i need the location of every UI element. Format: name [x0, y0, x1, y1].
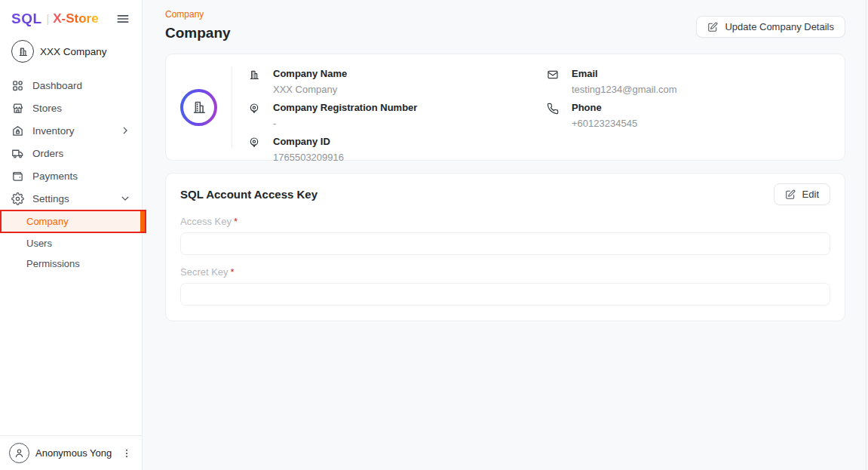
sidebar-item-permissions[interactable]: Permissions	[0, 253, 142, 274]
user-avatar-icon	[9, 443, 29, 463]
field-company-name: Company Name XXX Company	[248, 68, 547, 95]
sidebar: SQL | X-Store XXX Company Dashboard	[0, 0, 143, 470]
label-text: Access Key	[180, 216, 232, 227]
sidebar-item-dashboard[interactable]: Dashboard	[0, 74, 142, 97]
field-value: testing1234@gmail.com	[572, 84, 677, 96]
user-name: Anonymous Yong	[35, 447, 112, 459]
company-avatar-ring	[180, 89, 217, 126]
sidebar-item-label: Company	[26, 216, 69, 227]
field-value: +60123234545	[572, 118, 637, 130]
sidebar-user-footer: Anonymous Yong	[0, 435, 142, 470]
sidebar-item-company[interactable]: Company	[2, 211, 145, 232]
store-icon	[11, 102, 24, 115]
breadcrumb[interactable]: Company	[165, 9, 231, 20]
sidebar-item-payments[interactable]: Payments	[0, 164, 142, 187]
page-header: Company Company Update Company Details	[165, 0, 845, 41]
building-icon	[248, 69, 260, 81]
field-company-registration-number: Company Registration Number -	[248, 102, 547, 129]
sidebar-nav: Dashboard Stores Inventory	[0, 69, 142, 274]
logo: SQL | X-Store	[0, 0, 142, 35]
update-company-details-button[interactable]: Update Company Details	[696, 16, 845, 38]
edit-access-key-button[interactable]: Edit	[774, 183, 830, 205]
payments-wallet-icon	[11, 170, 24, 183]
user-menu-kebab-icon[interactable]	[121, 447, 133, 459]
secret-key-label: Secret Key*	[180, 266, 830, 278]
field-label: Phone	[572, 102, 637, 114]
sidebar-item-label: Orders	[32, 148, 63, 159]
logo-product-text: X-Store	[53, 11, 98, 26]
field-email: Email testing1234@gmail.com	[547, 68, 845, 95]
sidebar-item-users[interactable]: Users	[0, 233, 142, 253]
main-content: Company Company Update Company Details	[143, 0, 868, 470]
access-key-label: Access Key*	[180, 216, 830, 227]
hamburger-menu-icon[interactable]	[115, 11, 130, 26]
company-fields: Company Name XXX Company Company Registr…	[232, 66, 845, 148]
annotation-highlight-box: Company	[0, 210, 146, 233]
dashboard-icon	[11, 79, 24, 92]
edit-button-label: Edit	[802, 189, 819, 200]
sidebar-item-label: Payments	[32, 170, 78, 182]
phone-icon	[547, 103, 559, 115]
access-key-card-title: SQL Account Access Key	[180, 188, 317, 201]
required-asterisk: *	[231, 266, 235, 278]
sidebar-item-settings[interactable]: Settings	[0, 187, 142, 210]
field-phone: Phone +60123234545	[547, 102, 845, 129]
page-title: Company	[165, 25, 231, 41]
sidebar-company-chip-label: XXX Company	[40, 46, 107, 57]
inventory-icon	[11, 124, 24, 137]
company-avatar-building-icon	[183, 92, 214, 123]
required-asterisk: *	[234, 216, 238, 227]
company-avatar	[166, 66, 232, 148]
chevron-right-icon	[120, 125, 130, 136]
sidebar-item-label: Stores	[32, 103, 62, 114]
logo-separator: |	[47, 13, 50, 25]
field-label: Company ID	[273, 136, 344, 148]
secret-key-input[interactable]	[180, 283, 830, 306]
field-label: Email	[572, 68, 677, 80]
field-label: Company Registration Number	[273, 102, 417, 114]
location-icon	[248, 103, 260, 115]
access-key-input[interactable]	[180, 232, 830, 255]
orders-truck-icon	[11, 147, 24, 160]
logo-sql-text: SQL	[11, 11, 42, 27]
field-company-id: Company ID 1765503209916	[248, 136, 547, 163]
sidebar-item-stores[interactable]: Stores	[0, 97, 142, 119]
sidebar-item-orders[interactable]: Orders	[0, 142, 142, 164]
sidebar-item-label: Settings	[32, 193, 69, 204]
sidebar-item-label: Users	[26, 238, 52, 249]
access-key-card: SQL Account Access Key Edit Access Key* …	[165, 173, 845, 321]
sidebar-item-label: Inventory	[32, 125, 75, 137]
field-value: -	[273, 118, 417, 130]
sidebar-company-chip[interactable]: XXX Company	[0, 35, 142, 69]
location-icon	[248, 137, 260, 149]
sidebar-item-label: Dashboard	[32, 80, 82, 91]
access-key-field-group: Access Key*	[180, 216, 830, 255]
sidebar-item-inventory[interactable]: Inventory	[0, 119, 142, 142]
label-text: Secret Key	[180, 266, 229, 278]
company-building-icon	[11, 40, 34, 63]
edit-pen-icon	[785, 189, 796, 200]
edit-pen-icon	[707, 22, 718, 32]
field-value: 1765503209916	[273, 152, 344, 164]
secret-key-field-group: Secret Key*	[180, 266, 830, 306]
active-indicator-bar	[140, 211, 145, 232]
field-value: XXX Company	[273, 84, 347, 96]
settings-gear-icon	[11, 192, 24, 205]
field-label: Company Name	[273, 68, 347, 80]
scrollbar-track	[866, 0, 866, 470]
company-info-card: Company Name XXX Company Company Registr…	[165, 54, 845, 161]
app-window: SQL | X-Store XXX Company Dashboard	[0, 0, 868, 470]
chevron-down-icon	[120, 193, 130, 204]
mail-icon	[547, 69, 559, 81]
update-company-details-label: Update Company Details	[725, 21, 834, 32]
sidebar-item-label: Permissions	[26, 258, 80, 269]
